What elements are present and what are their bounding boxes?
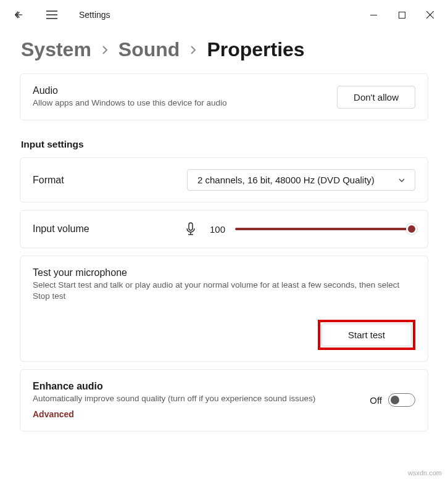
microphone-icon (185, 222, 197, 236)
input-volume-card: Input volume 100 (20, 210, 428, 248)
close-button[interactable] (416, 5, 444, 25)
volume-value: 100 (207, 224, 225, 235)
svg-rect-4 (399, 12, 405, 18)
chevron-down-icon (397, 176, 406, 185)
chevron-right-icon (189, 44, 197, 56)
audio-card: Audio Allow apps and Windows to use this… (20, 73, 428, 120)
breadcrumb-system[interactable]: System (21, 38, 91, 61)
test-microphone-card: Test your microphone Select Start test a… (20, 256, 428, 361)
enhance-subtitle: Automatically improve sound quality (tur… (33, 393, 360, 404)
test-title: Test your microphone (33, 267, 415, 278)
format-card: Format 2 channels, 16 bit, 48000 Hz (DVD… (20, 157, 428, 202)
menu-button[interactable] (41, 4, 63, 26)
maximize-button[interactable] (388, 5, 416, 25)
watermark: wsxdn.com (408, 469, 442, 477)
input-volume-label: Input volume (33, 223, 175, 235)
breadcrumb-sound[interactable]: Sound (118, 38, 180, 61)
back-button[interactable] (7, 4, 30, 26)
toggle-state-label: Off (370, 395, 382, 406)
slider-thumb[interactable] (406, 223, 417, 235)
enhance-audio-card: Enhance audio Automatically improve soun… (20, 369, 428, 431)
advanced-link[interactable]: Advanced (33, 409, 74, 419)
format-select[interactable]: 2 channels, 16 bit, 48000 Hz (DVD Qualit… (187, 169, 415, 191)
minimize-button[interactable] (359, 5, 388, 25)
highlight-box: Start test (318, 320, 415, 350)
audio-title: Audio (33, 85, 327, 96)
test-subtitle: Select Start test and talk or play audio… (33, 280, 415, 302)
input-settings-header: Input settings (21, 139, 428, 150)
format-value: 2 channels, 16 bit, 48000 Hz (DVD Qualit… (197, 175, 375, 185)
enhance-toggle[interactable] (388, 393, 415, 407)
breadcrumb: System Sound Properties (21, 38, 428, 61)
enhance-title: Enhance audio (33, 381, 360, 392)
titlebar: Settings (0, 0, 448, 30)
svg-rect-7 (189, 223, 193, 230)
audio-subtitle: Allow apps and Windows to use this devic… (33, 98, 327, 109)
volume-slider[interactable] (235, 223, 415, 235)
start-test-button[interactable]: Start test (321, 323, 412, 346)
chevron-right-icon (101, 44, 109, 56)
window-title: Settings (79, 10, 110, 20)
dont-allow-button[interactable]: Don't allow (337, 86, 415, 109)
format-label: Format (33, 175, 177, 186)
breadcrumb-current: Properties (207, 38, 304, 61)
